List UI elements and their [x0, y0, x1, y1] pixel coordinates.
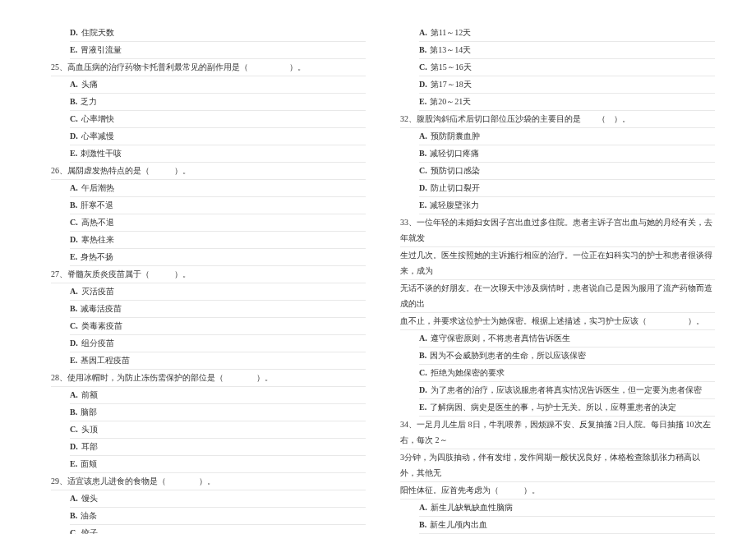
- answer-option: C.预防切口感染: [419, 163, 715, 180]
- option-text: 肝寒不退: [81, 200, 113, 209]
- answer-option: B.减毒活疫苗: [70, 301, 366, 318]
- option-text: 组分疫苗: [81, 338, 114, 348]
- answer-option: B.第13～14天: [419, 42, 715, 59]
- option-text: 新生儿缺氧缺血性脑病: [431, 503, 513, 512]
- option-letter: D.: [70, 131, 78, 140]
- answer-option: A.第11～12天: [419, 25, 715, 42]
- option-letter: D.: [70, 28, 78, 37]
- option-text: 第11～12天: [431, 28, 472, 37]
- question-text: 腹股沟斜疝术后切口部位压沙袋的主要目的是 （ ）。: [417, 114, 630, 123]
- answer-option: B.新生儿颅内出血: [419, 517, 715, 534]
- option-text: 心率增快: [81, 114, 114, 123]
- option-letter: E.: [70, 252, 77, 261]
- question-continuation: 3分钟，为四肢抽动，伴有发绀，发作间期一般状况良好，体格检查除肌张力稍高以外，其…: [400, 449, 715, 482]
- option-text: 面颊: [81, 459, 97, 468]
- option-text: 预防切口感染: [431, 166, 480, 175]
- answer-option: A.头痛: [70, 76, 366, 94]
- question-text: 一足月儿生后 8日，牛乳喂养，因烦躁不安、反复抽搐 2日人院。每日抽搐 10次左…: [400, 420, 711, 444]
- option-letter: C.: [70, 528, 78, 534]
- option-text: 拒绝为她保密的要求: [431, 368, 505, 377]
- answer-option: B.减轻切口疼痛: [419, 145, 715, 163]
- option-text: 灭活疫苗: [81, 287, 114, 296]
- question-text: 高血压病的治疗药物卡托普利最常见的副作用是（ ）。: [67, 62, 306, 71]
- option-letter: C.: [419, 166, 427, 175]
- option-letter: B.: [419, 45, 426, 54]
- answer-option: B.因为不会威胁到患者的生命，所以应该保密: [419, 348, 715, 365]
- answer-option: E.身热不扬: [70, 249, 366, 266]
- answer-option: C.头顶: [70, 421, 366, 439]
- option-letter: D.: [419, 183, 427, 192]
- question-text: 脊髓灰质炎疫苗属于（ ）。: [67, 269, 191, 279]
- question-continuation: 血不止，并要求这位护士为她保密。根据上述描述，实习护士应该（ ）。: [400, 313, 715, 330]
- question-number: 28、: [51, 373, 67, 382]
- option-letter: D.: [70, 235, 78, 244]
- answer-option: C.拒绝为她保密的要求: [419, 365, 715, 382]
- answer-option: E.刺激性干咳: [70, 145, 366, 163]
- option-letter: E.: [70, 459, 77, 468]
- answer-option: A.遵守保密原则，不将患者真情告诉医生: [419, 330, 715, 348]
- option-letter: A.: [70, 494, 78, 503]
- option-letter: A.: [419, 334, 427, 343]
- question-continuation: 阳性体征。应首先考虑为（ ）。: [400, 482, 715, 499]
- option-letter: C.: [70, 425, 78, 434]
- option-letter: C.: [70, 321, 78, 330]
- answer-option: D.为了患者的治疗，应该说服患者将真实情况告诉医生，但一定要为患者保密: [419, 382, 715, 399]
- question-line: 28、使用冰帽时，为防止冻伤需保护的部位是（ ）。: [51, 370, 366, 387]
- option-text: 预防阴囊血肿: [431, 131, 480, 140]
- option-text: 刺激性干咳: [81, 149, 122, 158]
- answer-option: C.心率增快: [70, 111, 366, 128]
- right-column: A.第11～12天B.第13～14天C.第15～16天D.第17～18天E.第2…: [390, 25, 715, 534]
- option-letter: A.: [419, 131, 427, 140]
- answer-option: C.高热不退: [70, 214, 366, 232]
- page-columns: D.住院天数E.胃液引流量25、高血压病的治疗药物卡托普利最常见的副作用是（ ）…: [41, 25, 715, 534]
- option-letter: A.: [70, 80, 78, 89]
- option-text: 头痛: [81, 80, 98, 89]
- answer-option: E.第20～21天: [419, 94, 715, 111]
- option-text: 高热不退: [81, 218, 114, 227]
- answer-option: D.防止切口裂开: [419, 180, 715, 197]
- answer-option: D.组分疫苗: [70, 335, 366, 352]
- option-text: 减毒活疫苗: [81, 304, 122, 313]
- question-number: 26、: [51, 166, 67, 175]
- answer-option: A.前额: [70, 387, 366, 404]
- option-text: 遵守保密原则，不将患者真情告诉医生: [431, 334, 570, 343]
- option-text: 基因工程疫苗: [81, 356, 130, 365]
- option-letter: E.: [419, 97, 426, 106]
- option-letter: C.: [70, 114, 78, 123]
- option-text: 为了患者的治疗，应该说服患者将真实情况告诉医生，但一定要为患者保密: [431, 385, 702, 394]
- question-text: 属阴虚发热特点的是（ ）。: [67, 166, 191, 175]
- left-column: D.住院天数E.胃液引流量25、高血压病的治疗药物卡托普利最常见的副作用是（ ）…: [41, 25, 366, 534]
- question-number: 25、: [51, 62, 67, 71]
- answer-option: A.预防阴囊血肿: [419, 128, 715, 145]
- option-text: 胃液引流量: [81, 45, 122, 54]
- question-line: 25、高血压病的治疗药物卡托普利最常见的副作用是（ ）。: [51, 59, 366, 76]
- option-text: 前额: [81, 390, 98, 399]
- option-letter: E.: [70, 45, 77, 54]
- question-number: 29、: [51, 476, 67, 486]
- option-text: 第17～18天: [431, 80, 472, 89]
- question-text: 一位年轻的未婚妇女因子宫出血过多住院。患者主诉子宫出血与她的月经有关，去年就发: [400, 218, 712, 242]
- option-letter: A.: [70, 390, 78, 399]
- option-text: 乏力: [81, 97, 97, 106]
- option-text: 因为不会威胁到患者的生命，所以应该保密: [430, 351, 586, 360]
- answer-option: E.了解病因、病史是医生的事，与护士无关。所以，应尊重患者的决定: [419, 399, 715, 417]
- question-number: 34、: [400, 420, 417, 429]
- option-letter: E.: [419, 403, 426, 412]
- answer-option: A.灭活疫苗: [70, 283, 366, 301]
- option-letter: D.: [70, 338, 78, 348]
- option-letter: B.: [70, 407, 77, 417]
- option-letter: A.: [419, 503, 427, 512]
- answer-option: E.基因工程疫苗: [70, 352, 366, 370]
- question-number: 32、: [400, 114, 417, 123]
- answer-option: B.脑部: [70, 404, 366, 421]
- question-line: 27、脊髓灰质炎疫苗属于（ ）。: [51, 266, 366, 283]
- option-letter: B.: [419, 351, 426, 360]
- question-line: 26、属阴虚发热特点的是（ ）。: [51, 163, 366, 180]
- answer-option: D.第17～18天: [419, 76, 715, 94]
- option-letter: D.: [419, 80, 427, 89]
- question-line: 32、腹股沟斜疝术后切口部位压沙袋的主要目的是 （ ）。: [400, 111, 715, 128]
- option-text: 第15～16天: [431, 62, 472, 71]
- question-continuation: 生过几次。医生按照她的主诉施行相应的治疗。一位正在妇科实习的护士和患者很谈得来，…: [400, 247, 715, 280]
- answer-option: C.类毒素疫苗: [70, 318, 366, 335]
- option-text: 脑部: [81, 407, 97, 417]
